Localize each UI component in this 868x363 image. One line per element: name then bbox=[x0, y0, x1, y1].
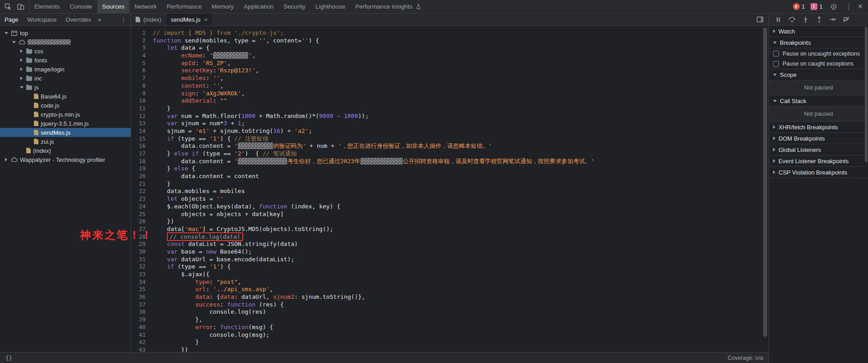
tree-item-index[interactable]: (index) bbox=[0, 146, 131, 155]
line-number[interactable]: 31 bbox=[131, 256, 153, 264]
tab-console[interactable]: Console bbox=[65, 0, 97, 13]
editor-tab-index[interactable]: (index) bbox=[131, 14, 166, 25]
line-number[interactable]: 13 bbox=[131, 120, 153, 127]
line-number[interactable]: 27 bbox=[131, 226, 153, 233]
tree-item-code-js[interactable]: code.js bbox=[0, 101, 131, 110]
tab-memory[interactable]: Memory bbox=[207, 0, 239, 13]
tab-application[interactable]: Application bbox=[239, 0, 278, 13]
line-number[interactable]: 6 bbox=[131, 67, 153, 75]
chevron-down-icon[interactable] bbox=[12, 41, 16, 43]
tab-sources[interactable]: Sources bbox=[97, 0, 130, 13]
line-number[interactable]: 37 bbox=[131, 301, 153, 309]
line-number[interactable]: 23 bbox=[131, 195, 153, 203]
chevron-right-icon[interactable] bbox=[5, 158, 7, 161]
navigator-kebab-icon[interactable]: ⋮ bbox=[116, 16, 131, 23]
tab-performance-insights[interactable]: Performance insights bbox=[350, 0, 426, 13]
line-number[interactable]: 14 bbox=[131, 127, 153, 135]
line-number[interactable]: 8 bbox=[131, 82, 153, 90]
tab-lighthouse[interactable]: Lighthouse bbox=[311, 0, 350, 13]
line-number[interactable]: 5 bbox=[131, 60, 153, 67]
line-number[interactable]: 42 bbox=[131, 339, 153, 346]
step-out-button[interactable] bbox=[813, 14, 825, 25]
error-badge[interactable]: × 1 bbox=[793, 3, 805, 10]
line-number[interactable]: 33 bbox=[131, 271, 153, 278]
line-number[interactable]: 7 bbox=[131, 75, 153, 82]
tree-item-top[interactable]: top bbox=[0, 28, 131, 38]
device-toolbar-button[interactable] bbox=[15, 1, 27, 12]
editor-tab-sendmes-js[interactable]: sendMes.js× bbox=[166, 14, 213, 25]
section-header-scope[interactable]: Scope bbox=[769, 69, 868, 80]
section-header-call-stack[interactable]: Call Stack bbox=[769, 95, 868, 107]
line-number[interactable]: 34 bbox=[131, 278, 153, 286]
tab-security[interactable]: Security bbox=[278, 0, 311, 13]
line-number[interactable]: 40 bbox=[131, 324, 153, 331]
line-number[interactable]: 9 bbox=[131, 90, 153, 98]
tab-elements[interactable]: Elements bbox=[29, 0, 65, 13]
navigator-tab-page[interactable]: Page bbox=[0, 14, 23, 25]
checkbox-row-pause-on-caught-exceptions[interactable]: Pause on caught exceptions bbox=[769, 59, 868, 69]
close-tab-icon[interactable]: × bbox=[204, 16, 208, 23]
line-number[interactable]: 24 bbox=[131, 203, 153, 211]
tree-item-base64-js[interactable]: Base64.js bbox=[0, 92, 131, 101]
line-number[interactable]: 12 bbox=[131, 113, 153, 120]
line-number[interactable]: 32 bbox=[131, 263, 153, 271]
editor-scrollbar[interactable] bbox=[763, 28, 768, 349]
line-number[interactable]: 20 bbox=[131, 173, 153, 180]
line-number[interactable]: 2 bbox=[131, 37, 153, 45]
more-navigator-tabs-icon[interactable]: » bbox=[96, 16, 104, 23]
line-number[interactable]: 30 bbox=[131, 248, 153, 256]
section-header-xhr-fetch-breakpoints[interactable]: XHR/fetch Breakpoints bbox=[769, 122, 868, 133]
tree-item-css[interactable]: css bbox=[0, 47, 131, 56]
line-number[interactable]: 11 bbox=[131, 105, 153, 113]
line-number[interactable]: 15 bbox=[131, 135, 153, 143]
close-devtools-icon[interactable]: × bbox=[858, 2, 863, 11]
section-header-global-listeners[interactable]: Global Listeners bbox=[769, 144, 868, 156]
chevron-right-icon[interactable] bbox=[20, 49, 23, 53]
tree-item-image-login[interactable]: image/login bbox=[0, 65, 131, 74]
line-number[interactable]: 10 bbox=[131, 97, 153, 105]
section-header-event-listener-breakpoints[interactable]: Event Listener Breakpoints bbox=[769, 156, 868, 167]
section-header-dom-breakpoints[interactable]: DOM Breakpoints bbox=[769, 133, 868, 144]
tab-performance[interactable]: Performance bbox=[162, 0, 207, 13]
line-number[interactable]: 18 bbox=[131, 158, 153, 165]
tree-item-js[interactable]: js bbox=[0, 83, 131, 92]
checkbox-unchecked[interactable] bbox=[773, 61, 779, 67]
tree-item-sendmes-js[interactable]: sendMes.js bbox=[0, 128, 131, 137]
line-number[interactable]: 28 bbox=[131, 233, 153, 241]
line-number[interactable]: 39 bbox=[131, 316, 153, 324]
line-number[interactable]: 36 bbox=[131, 293, 153, 301]
debugger-scrollbar[interactable] bbox=[865, 27, 868, 162]
pause-button[interactable] bbox=[772, 14, 784, 25]
chevron-right-icon[interactable] bbox=[20, 67, 23, 71]
line-number[interactable]: 19 bbox=[131, 165, 153, 173]
tree-item-zui-js[interactable]: zui.js bbox=[0, 137, 131, 146]
editor-scrollbar-thumb[interactable] bbox=[763, 28, 767, 337]
step-button[interactable] bbox=[826, 14, 839, 25]
line-number[interactable]: 35 bbox=[131, 286, 153, 293]
line-number[interactable]: 26 bbox=[131, 218, 153, 226]
checkbox-row-pause-on-uncaught-exceptions[interactable]: Pause on uncaught exceptions bbox=[769, 48, 868, 59]
line-number[interactable]: 4 bbox=[131, 52, 153, 60]
chevron-right-icon[interactable] bbox=[20, 58, 23, 62]
tree-item-redacted[interactable] bbox=[0, 38, 131, 47]
line-number[interactable]: 1 bbox=[131, 29, 153, 37]
pretty-print-button[interactable]: {} bbox=[5, 354, 12, 361]
section-header-breakpoints[interactable]: Breakpoints bbox=[769, 37, 868, 48]
section-header-csp-violation-breakpoints[interactable]: CSP Violation Breakpoints bbox=[769, 167, 868, 178]
section-header-watch[interactable]: Watch bbox=[769, 26, 868, 37]
tree-item-jquery-3-5-1-min-js[interactable]: jquery-3.5.1.min.js bbox=[0, 119, 131, 128]
kebab-menu-icon[interactable]: ⋮ bbox=[845, 2, 852, 11]
line-number[interactable]: 21 bbox=[131, 180, 153, 188]
chevron-down-icon[interactable] bbox=[20, 86, 24, 89]
line-number[interactable]: 22 bbox=[131, 188, 153, 195]
line-number[interactable]: 17 bbox=[131, 150, 153, 158]
step-over-button[interactable] bbox=[786, 14, 798, 25]
line-number[interactable]: 3 bbox=[131, 44, 153, 52]
inspect-element-button[interactable] bbox=[2, 1, 14, 12]
line-number[interactable]: 38 bbox=[131, 308, 153, 316]
chevron-right-icon[interactable] bbox=[20, 76, 23, 80]
navigator-tab-overrides[interactable]: Overrides bbox=[61, 14, 95, 25]
chevron-down-icon[interactable] bbox=[5, 32, 8, 34]
step-into-button[interactable] bbox=[799, 14, 811, 25]
checkbox-unchecked[interactable] bbox=[773, 51, 779, 57]
